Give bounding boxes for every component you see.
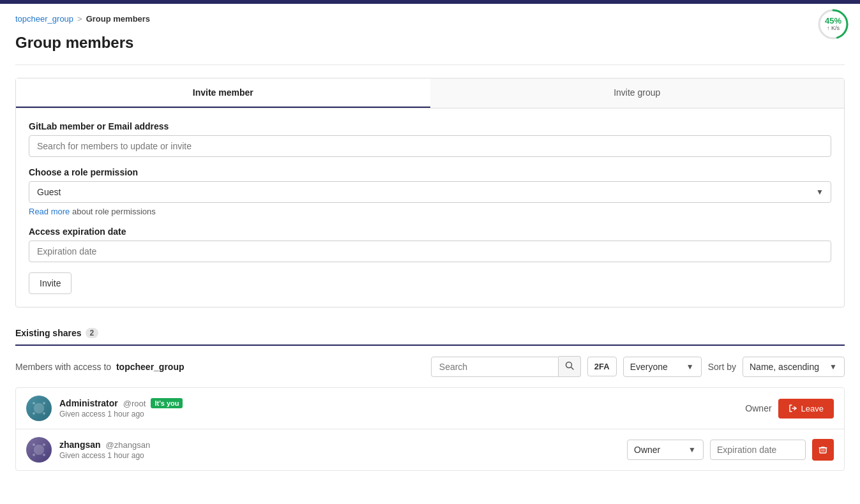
progress-text: 45% ↑ K/s bbox=[825, 17, 841, 32]
title-divider bbox=[15, 64, 845, 65]
invite-member-form: GitLab member or Email address Choose a … bbox=[16, 108, 844, 307]
member-info: Administrator @root It's you Given acces… bbox=[59, 398, 745, 419]
member-role-select-wrapper: Guest Reporter Developer Maintainer Owne… bbox=[627, 440, 704, 460]
table-row: Administrator @root It's you Given acces… bbox=[16, 388, 844, 429]
read-more-link[interactable]: Read more bbox=[29, 207, 70, 216]
progress-circle-widget: 45% ↑ K/s bbox=[817, 8, 850, 41]
breadcrumb-current: Group members bbox=[86, 14, 150, 24]
existing-shares-section: Existing shares 2 Members with access to… bbox=[15, 328, 845, 471]
member-name: Administrator bbox=[59, 398, 118, 408]
member-search-input[interactable] bbox=[431, 357, 559, 377]
member-expiry-input[interactable] bbox=[710, 440, 806, 460]
existing-shares-header: Existing shares 2 bbox=[15, 328, 845, 346]
breadcrumb-separator: > bbox=[77, 14, 82, 24]
filter-bar-group-name: topcheer_group bbox=[116, 362, 185, 372]
filter-dropdown-wrapper: Everyone 2FA enabled 2FA disabled ▼ bbox=[623, 357, 702, 377]
member-access-time: Given access 1 hour ago bbox=[59, 451, 627, 460]
progress-subtitle: ↑ K/s bbox=[825, 26, 841, 32]
trash-icon bbox=[819, 445, 827, 454]
role-permission-label: Choose a role permission bbox=[29, 167, 831, 177]
existing-shares-title: Existing shares bbox=[15, 328, 82, 338]
member-name-row: zhangsan @zhangsan bbox=[59, 440, 627, 450]
role-select-wrapper: Guest Reporter Developer Maintainer Owne… bbox=[29, 181, 831, 203]
filter-bar: Members with access to topcheer_group 2F… bbox=[15, 356, 845, 377]
member-list: Administrator @root It's you Given acces… bbox=[15, 387, 845, 471]
table-row: zhangsan @zhangsan Given access 1 hour a… bbox=[16, 429, 844, 470]
invite-button[interactable]: Invite bbox=[29, 272, 72, 294]
member-search-wrapper bbox=[431, 356, 581, 377]
svg-rect-3 bbox=[820, 448, 826, 453]
member-info: zhangsan @zhangsan Given access 1 hour a… bbox=[59, 440, 627, 460]
member-name-row: Administrator @root It's you bbox=[59, 398, 745, 408]
breadcrumb-group-link[interactable]: topcheer_group bbox=[15, 14, 73, 24]
leave-button[interactable]: Leave bbox=[778, 399, 834, 419]
role-select[interactable]: Guest Reporter Developer Maintainer Owne… bbox=[29, 181, 831, 203]
member-username: @root bbox=[123, 399, 146, 408]
avatar bbox=[26, 437, 52, 463]
expiry-date-label: Access expiration date bbox=[29, 226, 831, 237]
leave-icon bbox=[788, 404, 797, 413]
tab-invite-member[interactable]: Invite member bbox=[16, 78, 430, 108]
sort-dropdown-wrapper: Name, ascending Name, descending Last jo… bbox=[743, 357, 845, 377]
invite-card: Invite member Invite group GitLab member… bbox=[15, 78, 845, 308]
tab-invite-group[interactable]: Invite group bbox=[430, 78, 845, 108]
member-search-button[interactable] bbox=[559, 356, 581, 377]
svg-line-1 bbox=[571, 367, 573, 370]
its-you-badge: It's you bbox=[151, 398, 183, 408]
delete-member-button[interactable] bbox=[812, 439, 834, 461]
role-help-suffix: about role permissions bbox=[72, 207, 156, 216]
filter-dropdown[interactable]: Everyone 2FA enabled 2FA disabled bbox=[623, 357, 702, 377]
breadcrumb: topcheer_group > Group members bbox=[15, 14, 845, 24]
member-access-time: Given access 1 hour ago bbox=[59, 410, 745, 419]
expiry-date-input[interactable] bbox=[29, 241, 831, 262]
avatar bbox=[26, 396, 52, 421]
role-permission-group: Choose a role permission Guest Reporter … bbox=[29, 167, 831, 216]
member-username: @zhangsan bbox=[106, 440, 151, 450]
role-help-text: Read more about role permissions bbox=[29, 207, 831, 216]
member-name: zhangsan bbox=[59, 440, 101, 450]
page-title: Group members bbox=[15, 34, 845, 52]
member-role-select[interactable]: Guest Reporter Developer Maintainer Owne… bbox=[627, 440, 704, 460]
expiry-date-group: Access expiration date bbox=[29, 226, 831, 262]
leave-label: Leave bbox=[801, 404, 824, 413]
member-email-label: GitLab member or Email address bbox=[29, 121, 831, 131]
existing-shares-count-badge: 2 bbox=[86, 328, 99, 338]
member-email-group: GitLab member or Email address bbox=[29, 121, 831, 157]
member-email-input[interactable] bbox=[29, 135, 831, 157]
search-icon bbox=[565, 361, 574, 370]
two-fa-badge: 2FA bbox=[587, 357, 617, 376]
progress-percent: 45% bbox=[825, 17, 841, 26]
member-role-label: Owner bbox=[745, 403, 771, 413]
member-actions: Guest Reporter Developer Maintainer Owne… bbox=[627, 439, 834, 461]
filter-bar-description: Members with access to topcheer_group bbox=[15, 362, 425, 372]
sort-dropdown[interactable]: Name, ascending Name, descending Last jo… bbox=[743, 357, 845, 377]
tab-bar: Invite member Invite group bbox=[16, 78, 844, 108]
sort-label: Sort by bbox=[708, 362, 736, 372]
filter-bar-text: Members with access to bbox=[15, 362, 111, 372]
member-actions: Owner Leave bbox=[745, 399, 834, 419]
